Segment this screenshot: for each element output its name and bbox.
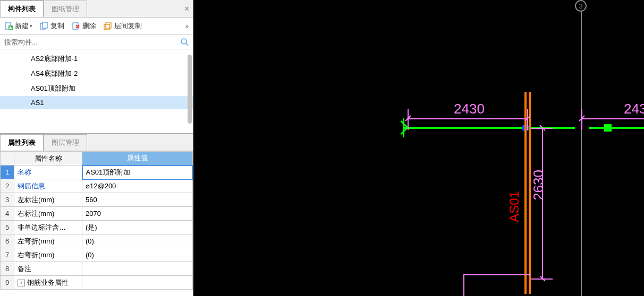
dim-line xyxy=(408,118,528,119)
new-icon xyxy=(4,22,13,30)
property-table: 属性名称 属性值 1 名称 2 钢筋信息 ⌀12@200 3 左标注(mm) 5… xyxy=(0,151,193,290)
dim-line xyxy=(542,128,543,280)
expand-icon[interactable]: + xyxy=(18,280,25,286)
table-row[interactable]: 5 非单边标注含… (是) xyxy=(1,221,193,234)
property-section: 属性列表 图层管理 属性名称 属性值 1 名称 2 钢筋信息 ⌀12@200 xyxy=(0,133,193,296)
dim-text: 2430 xyxy=(624,101,644,117)
delete-button[interactable]: 删除 xyxy=(70,20,98,32)
rebar-line xyxy=(524,92,527,294)
panel-close-icon[interactable]: ✕ xyxy=(184,5,190,13)
dash-seg xyxy=(614,127,629,129)
property-tabs: 属性列表 图层管理 xyxy=(0,134,193,151)
tab-properties[interactable]: 属性列表 xyxy=(0,134,44,151)
table-row[interactable]: 6 左弯折(mm) (0) xyxy=(1,234,193,248)
tab-layers[interactable]: 图层管理 xyxy=(44,134,87,151)
copy-icon xyxy=(40,22,48,30)
tab-drawings[interactable]: 图纸管理 xyxy=(44,1,87,17)
members-list: AS2底部附加-1 AS4底部附加-2 AS01顶部附加 AS1 xyxy=(0,49,193,133)
tab-members[interactable]: 构件列表 xyxy=(0,0,44,17)
list-item[interactable]: AS2底部附加-1 xyxy=(0,51,193,66)
table-row[interactable]: 4 右标注(mm) 2070 xyxy=(1,207,193,221)
table-row[interactable]: 2 钢筋信息 ⌀12@200 xyxy=(1,179,193,193)
col-value: 属性值 xyxy=(82,152,193,166)
floor-copy-icon xyxy=(104,22,112,30)
tick xyxy=(403,118,404,137)
table-row[interactable]: 8 备注 xyxy=(1,262,193,276)
prop-value-input[interactable] xyxy=(86,168,189,176)
slab-edge-pink xyxy=(463,274,464,296)
list-scrollbar[interactable] xyxy=(188,55,192,124)
members-toolbar: 新建▾ 复制 删除 层间复制 » xyxy=(0,18,193,35)
table-row[interactable]: 3 左标注(mm) 560 xyxy=(1,193,193,207)
table-row[interactable]: 7 右弯折(mm) (0) xyxy=(1,248,193,262)
search-icon[interactable] xyxy=(180,38,189,46)
grab-handle[interactable] xyxy=(604,124,612,132)
dash-seg xyxy=(637,127,644,129)
members-tabs: 构件列表 图纸管理 ✕ xyxy=(0,0,193,18)
left-panel: 构件列表 图纸管理 ✕ 新建▾ 复制 删除 层间复制 » AS2底部附加-1 A… xyxy=(0,0,193,296)
copy-button[interactable]: 复制 xyxy=(38,20,66,32)
dim-text: 2430 xyxy=(454,101,485,117)
col-name: 属性名称 xyxy=(14,152,82,166)
svg-point-11 xyxy=(181,39,187,44)
dim-line xyxy=(581,118,644,119)
svg-line-12 xyxy=(186,43,188,46)
delete-icon xyxy=(72,22,80,30)
axis-bubble: 3 xyxy=(575,0,587,12)
dim-text: 2630 xyxy=(530,170,547,201)
svg-rect-3 xyxy=(9,28,12,29)
table-row[interactable]: 9 +钢筋业务属性 xyxy=(1,276,193,290)
search-row xyxy=(0,35,193,49)
floor-copy-button[interactable]: 层间复制 xyxy=(101,20,144,32)
table-row[interactable]: 1 名称 xyxy=(1,166,193,179)
toolbar-more-icon[interactable]: » xyxy=(183,23,191,29)
rebar-label: AS01 xyxy=(507,191,522,222)
list-item[interactable]: AS4底部附加-2 xyxy=(0,66,193,81)
new-button[interactable]: 新建▾ xyxy=(2,20,35,32)
col-rownum xyxy=(1,152,14,166)
drawing-canvas[interactable]: 3 2430 2430 560 xyxy=(193,0,644,296)
search-input[interactable] xyxy=(4,38,180,46)
slab-edge-pink xyxy=(463,274,531,275)
svg-rect-9 xyxy=(104,24,109,30)
svg-rect-5 xyxy=(43,22,47,28)
list-item[interactable]: AS01顶部附加 xyxy=(0,81,193,96)
list-item[interactable]: AS1 xyxy=(0,96,193,109)
svg-rect-10 xyxy=(106,23,111,28)
